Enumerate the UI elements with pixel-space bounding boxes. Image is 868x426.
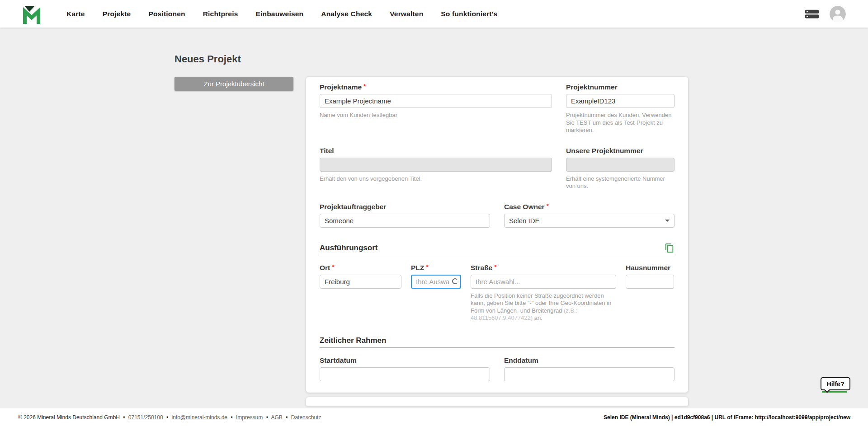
server-icon[interactable]	[805, 9, 819, 19]
nav-item-so-funktionierts[interactable]: So funktioniert's	[441, 10, 497, 18]
plz-field: PLZ *	[411, 264, 461, 322]
unsere-projektnummer-helper: Erhält eine systemgenerierte Nummer von …	[566, 175, 675, 190]
unsere-projektnummer-input	[566, 158, 675, 172]
projektauftraggeber-label: Projektauftraggeber	[320, 203, 386, 211]
projektname-helper: Name vom Kunden festlegbar	[320, 112, 552, 119]
projektauftraggeber-field: Projektauftraggeber	[320, 203, 490, 228]
project-form-card: Projektname * Name vom Kunden festlegbar…	[306, 77, 688, 393]
user-avatar[interactable]	[830, 6, 846, 22]
ort-label: Ort	[320, 264, 330, 272]
projektname-field: Projektname * Name vom Kunden festlegbar	[320, 83, 552, 134]
nav-item-verwalten[interactable]: Verwalten	[390, 10, 423, 18]
ort-field: Ort *	[320, 264, 401, 322]
form-row-auftraggeber-owner: Projektauftraggeber Case Owner * Selen I…	[320, 203, 675, 228]
strasse-helper-main: Falls die Position keiner Straße zugeord…	[471, 292, 611, 314]
required-asterisk: *	[426, 264, 428, 271]
footer-link-agb[interactable]: AGB	[271, 414, 283, 421]
required-asterisk: *	[363, 83, 366, 90]
footer-link-impressum[interactable]: Impressum	[236, 414, 263, 421]
case-owner-value: Selen IDE	[509, 217, 665, 225]
separator: •	[231, 414, 232, 421]
unsere-projektnummer-field: Unsere Projektnummer Erhält eine systemg…	[566, 147, 675, 190]
chevron-down-icon	[665, 220, 670, 222]
form-row-name-number: Projektname * Name vom Kunden festlegbar…	[320, 83, 675, 134]
projektnummer-helper: Projektnummer des Kunden. Verwenden Sie …	[566, 112, 675, 134]
section-divider	[320, 255, 675, 255]
brand-logo[interactable]	[22, 4, 43, 24]
titel-label: Titel	[320, 147, 334, 154]
required-asterisk: *	[332, 264, 334, 271]
session-details: (Mineral Minds) | ed1d9cf908a6 | URL of …	[628, 414, 850, 421]
strasse-label: Straße	[471, 264, 492, 272]
titel-input	[320, 158, 552, 172]
page-title: Neues Projekt	[175, 53, 241, 65]
required-asterisk: *	[494, 264, 496, 271]
enddatum-label: Enddatum	[504, 356, 538, 364]
loading-spinner-icon	[452, 278, 458, 284]
separator: •	[266, 414, 268, 421]
help-button-label: Hilfe?	[827, 380, 844, 388]
copy-icon[interactable]	[665, 243, 675, 253]
separator: •	[123, 414, 125, 421]
nav-item-einbauweisen[interactable]: Einbauweisen	[255, 10, 303, 18]
enddatum-input[interactable]	[504, 367, 675, 381]
strasse-field: Straße * Falls die Position keiner Straß…	[471, 264, 616, 322]
form-row-titel-nummer: Titel Erhält den von uns vorgegebenen Ti…	[320, 147, 675, 190]
zeitlicher-rahmen-title: Zeitlicher Rahmen	[320, 336, 675, 345]
ort-input[interactable]	[320, 275, 401, 289]
ausfuehrungsort-section-header: Ausführungsort	[320, 243, 675, 253]
unsere-projektnummer-label: Unsere Projektnummer	[566, 147, 643, 154]
mineral-minds-logo-icon	[22, 4, 43, 24]
nav-item-positionen[interactable]: Positionen	[148, 10, 185, 18]
help-button[interactable]: Hilfe?	[821, 377, 850, 390]
hausnummer-label: Hausnummer	[626, 264, 670, 272]
footer: © 2026 Mineral Minds Deutschland GmbH • …	[0, 408, 868, 426]
startdatum-input[interactable]	[320, 367, 490, 381]
projektnummer-label: Projektnummer	[566, 83, 618, 91]
form-row-address: Ort * PLZ * Straße *	[320, 264, 675, 322]
separator: •	[286, 414, 288, 421]
projektauftraggeber-input[interactable]	[320, 214, 490, 228]
secondary-card	[306, 397, 688, 406]
strasse-helper: Falls die Position keiner Straße zugeord…	[471, 292, 616, 322]
footer-link-email[interactable]: info@mineral-minds.de	[171, 414, 227, 421]
footer-session-info: Selen IDE (Mineral Minds) | ed1d9cf908a6…	[604, 414, 850, 421]
nav-item-projekte[interactable]: Projekte	[103, 10, 131, 18]
nav-right-actions	[805, 6, 846, 22]
main-nav: Karte Projekte Positionen Richtpreis Ein…	[66, 10, 497, 18]
person-icon	[830, 6, 846, 22]
session-user: Selen IDE	[604, 414, 628, 421]
startdatum-field: Startdatum	[320, 356, 490, 381]
nav-item-richtpreis[interactable]: Richtpreis	[203, 10, 238, 18]
hausnummer-input[interactable]	[626, 275, 674, 289]
footer-left: © 2026 Mineral Minds Deutschland GmbH • …	[18, 414, 321, 421]
case-owner-label: Case Owner	[504, 203, 545, 211]
footer-link-phone[interactable]: 07151/250100	[128, 414, 163, 421]
section-divider	[320, 347, 675, 348]
case-owner-select[interactable]: Selen IDE	[504, 214, 675, 228]
footer-link-datenschutz[interactable]: Datenschutz	[291, 414, 321, 421]
enddatum-field: Enddatum	[504, 356, 675, 381]
separator: •	[166, 414, 168, 421]
zeitlicher-rahmen-section-header: Zeitlicher Rahmen	[320, 336, 675, 345]
projektname-input[interactable]	[320, 94, 552, 108]
strasse-helper-suffix: an.	[533, 314, 542, 321]
hausnummer-field: Hausnummer	[626, 264, 674, 322]
projektnummer-field: Projektnummer Projektnummer des Kunden. …	[566, 83, 675, 134]
case-owner-field: Case Owner * Selen IDE	[504, 203, 675, 228]
required-asterisk: *	[547, 203, 549, 210]
nav-item-karte[interactable]: Karte	[66, 10, 85, 18]
nav-item-analyse-check[interactable]: Analyse Check	[321, 10, 372, 18]
projektname-label: Projektname	[320, 83, 362, 91]
plz-label: PLZ	[411, 264, 424, 272]
titel-field: Titel Erhält den von uns vorgegebenen Ti…	[320, 147, 552, 190]
form-row-dates: Startdatum Enddatum	[320, 356, 675, 381]
project-overview-button[interactable]: Zur Projektübersicht	[175, 77, 293, 91]
projektnummer-input[interactable]	[566, 94, 675, 108]
strasse-input[interactable]	[471, 275, 616, 289]
copyright-text: © 2026 Mineral Minds Deutschland GmbH	[18, 414, 120, 421]
top-navigation: Karte Projekte Positionen Richtpreis Ein…	[0, 0, 868, 28]
startdatum-label: Startdatum	[320, 356, 357, 364]
titel-helper: Erhält den von uns vorgegebenen Titel.	[320, 175, 552, 183]
ausfuehrungsort-title: Ausführungsort	[320, 243, 665, 253]
